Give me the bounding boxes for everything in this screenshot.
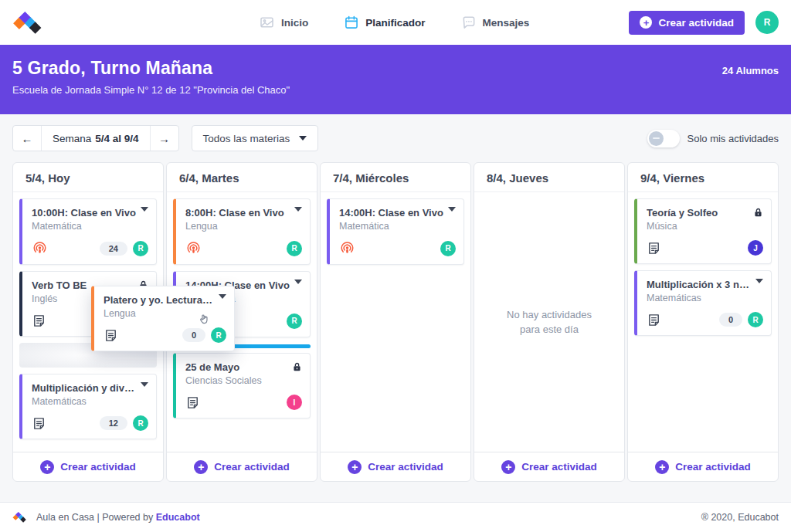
create-activity-column-button[interactable]: +Crear actividad: [628, 452, 778, 481]
document-icon: [104, 328, 118, 343]
live-broadcast-icon: [185, 240, 202, 256]
activity-card[interactable]: 25 de Mayo Ciencias Sociales I: [173, 353, 311, 418]
avatar: R: [133, 241, 148, 256]
document-icon: [32, 313, 46, 328]
avatar: R: [287, 241, 302, 256]
page-footer: Aula en Casa | Powered by Educabot ® 202…: [0, 502, 791, 532]
day-column: 7/4, Miércoles14:00H: Clase en VivoMatem…: [320, 162, 471, 482]
prev-week-button[interactable]: ←: [13, 126, 41, 151]
activity-card[interactable]: 10:00H: Clase en VivoMatemática 24R: [19, 198, 157, 265]
activity-title: 8:00H: Clase en Vivo: [185, 207, 290, 219]
activity-card-footer: I: [185, 395, 302, 410]
week-board: 5/4, Hoy10:00H: Clase en VivoMatemática …: [0, 162, 791, 482]
planner-toolbar: ← Semana5/4 al 9/4 → Todos las materias …: [0, 114, 791, 162]
activity-subject: Matemáticas: [32, 396, 148, 407]
inicio-icon: [259, 15, 275, 30]
educabot-link[interactable]: Educabot: [156, 512, 200, 523]
nav-item-label: Inicio: [281, 17, 308, 29]
activity-title: 25 de Mayo: [185, 361, 287, 373]
avatar: J: [748, 240, 763, 256]
activity-card[interactable]: Multiplicación y divisiónMatemáticas 12R: [19, 374, 157, 439]
activity-card-footer: 12R: [32, 415, 148, 431]
class-header: 5 Grado, Turno Mañana Escuela de Jornada…: [0, 45, 791, 114]
activity-card-footer: J: [647, 240, 763, 256]
submission-count-badge: 12: [100, 416, 127, 430]
create-activity-label: Crear actividad: [521, 461, 597, 473]
user-avatar[interactable]: R: [755, 11, 779, 34]
dragged-card[interactable]: Platero y yo. Lectura del…Lengua 0R: [91, 286, 235, 351]
plus-icon: +: [655, 460, 669, 474]
empty-day-message: No hay actividades para este día: [480, 307, 618, 337]
activity-card[interactable]: 8:00H: Clase en VivoLengua R: [173, 198, 311, 265]
school-subtitle: Escuela de Jornada Simple N° 12 de 12 "P…: [12, 84, 779, 96]
submission-count-badge: 0: [182, 328, 205, 342]
plus-icon: +: [501, 460, 515, 474]
educabot-logo[interactable]: [12, 10, 159, 36]
brand-chevron-icon: [12, 10, 43, 36]
activity-card[interactable]: Multiplicación x 3 númer…Matemáticas 0R: [634, 270, 772, 336]
create-activity-column-button[interactable]: +Crear actividad: [167, 452, 317, 481]
avatar: R: [133, 415, 148, 431]
activity-title: 14:00H: Clase en Vivo: [339, 207, 443, 219]
chevron-down-icon[interactable]: [448, 207, 456, 212]
plus-icon: +: [194, 460, 208, 474]
next-week-button[interactable]: →: [151, 126, 178, 151]
document-icon: [32, 416, 46, 431]
toggle-knob: [649, 131, 664, 146]
nav-item-label: Planificador: [365, 17, 425, 29]
activity-title: Multiplicación y división: [32, 382, 136, 394]
chevron-down-icon[interactable]: [141, 382, 148, 387]
chevron-down-icon: [299, 136, 307, 141]
create-activity-column-button[interactable]: +Crear actividad: [321, 452, 470, 481]
document-icon: [647, 241, 661, 256]
activity-card-footer: R: [185, 240, 302, 256]
only-my-activities: Solo mis actividades: [647, 130, 779, 147]
live-broadcast-icon: [32, 240, 48, 256]
day-column-body: 14:00H: Clase en VivoMatemática R: [321, 192, 470, 452]
plus-icon: +: [640, 16, 652, 29]
day-column-title: 6/4, Martes: [167, 163, 317, 192]
day-column-body: Teoría y Solfeo Música JMultiplicación x…: [628, 192, 778, 452]
activity-card[interactable]: 14:00H: Clase en VivoMatemática R: [327, 198, 464, 265]
avatar: R: [748, 312, 763, 327]
document-icon: [185, 395, 200, 410]
activity-title: Platero y yo. Lectura del…: [104, 294, 214, 306]
plus-icon: +: [40, 460, 54, 474]
day-column: 9/4, ViernesTeoría y Solfeo Música JMult…: [627, 162, 779, 482]
activity-title: Teoría y Solfeo: [647, 207, 749, 219]
subject-filter-dropdown[interactable]: Todos las materias: [192, 125, 319, 151]
only-my-activities-toggle[interactable]: [647, 130, 680, 147]
submission-count-badge: 24: [100, 242, 127, 256]
nav-item-mensajes[interactable]: Mensajes: [461, 15, 530, 30]
chevron-down-icon[interactable]: [755, 279, 763, 283]
activity-card-footer: 24R: [32, 240, 148, 256]
nav-item-label: Mensajes: [483, 17, 530, 29]
nav-item-planificador[interactable]: Planificador: [344, 15, 425, 30]
create-activity-button[interactable]: + Crear actividad: [629, 11, 745, 35]
activity-subject: Música: [647, 221, 763, 232]
activity-card-footer: R: [339, 240, 456, 256]
nav-item-inicio[interactable]: Inicio: [259, 15, 308, 30]
chevron-down-icon[interactable]: [294, 207, 302, 212]
chevron-down-icon[interactable]: [219, 294, 226, 299]
activity-card[interactable]: Teoría y Solfeo Música J: [634, 198, 772, 264]
submission-count-badge: 0: [719, 313, 742, 327]
create-activity-column-button[interactable]: +Crear actividad: [474, 452, 624, 481]
create-activity-label: Crear actividad: [60, 461, 136, 473]
copyright-text: ® 2020, Educabot: [701, 512, 779, 523]
avatar: I: [287, 395, 302, 410]
lock-icon: [753, 207, 763, 218]
activity-title: Multiplicación x 3 númer…: [647, 279, 751, 290]
lock-icon: [292, 361, 302, 372]
plus-icon: +: [348, 460, 362, 474]
create-activity-label: Crear actividad: [675, 461, 751, 473]
day-column-body: No hay actividades para este día: [474, 192, 624, 452]
planificador-icon: [344, 15, 359, 30]
main-nav: Inicio Planificador Mensajes: [159, 15, 629, 30]
chevron-down-icon[interactable]: [294, 280, 302, 284]
avatar: R: [440, 241, 456, 256]
create-activity-column-button[interactable]: +Crear actividad: [13, 452, 163, 481]
activity-card-footer: 0R: [647, 312, 763, 327]
week-navigator: ← Semana5/4 al 9/4 →: [12, 125, 179, 151]
chevron-down-icon[interactable]: [141, 207, 148, 212]
